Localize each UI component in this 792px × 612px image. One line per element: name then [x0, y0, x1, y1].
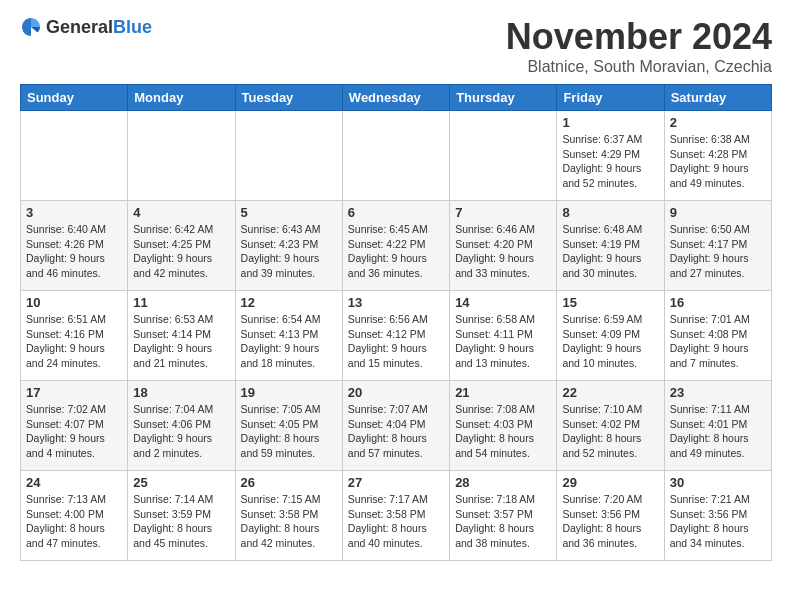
calendar-cell: 17Sunrise: 7:02 AM Sunset: 4:07 PM Dayli…: [21, 381, 128, 471]
day-info: Sunrise: 7:11 AM Sunset: 4:01 PM Dayligh…: [670, 402, 766, 461]
calendar-cell: 24Sunrise: 7:13 AM Sunset: 4:00 PM Dayli…: [21, 471, 128, 561]
day-number: 11: [133, 295, 229, 310]
day-info: Sunrise: 7:04 AM Sunset: 4:06 PM Dayligh…: [133, 402, 229, 461]
calendar-cell: 12Sunrise: 6:54 AM Sunset: 4:13 PM Dayli…: [235, 291, 342, 381]
calendar-cell: 2Sunrise: 6:38 AM Sunset: 4:28 PM Daylig…: [664, 111, 771, 201]
calendar-week-row: 10Sunrise: 6:51 AM Sunset: 4:16 PM Dayli…: [21, 291, 772, 381]
day-info: Sunrise: 6:38 AM Sunset: 4:28 PM Dayligh…: [670, 132, 766, 191]
calendar-cell: 25Sunrise: 7:14 AM Sunset: 3:59 PM Dayli…: [128, 471, 235, 561]
day-info: Sunrise: 6:56 AM Sunset: 4:12 PM Dayligh…: [348, 312, 444, 371]
calendar-cell: 10Sunrise: 6:51 AM Sunset: 4:16 PM Dayli…: [21, 291, 128, 381]
calendar-cell: [21, 111, 128, 201]
day-info: Sunrise: 7:20 AM Sunset: 3:56 PM Dayligh…: [562, 492, 658, 551]
day-info: Sunrise: 7:05 AM Sunset: 4:05 PM Dayligh…: [241, 402, 337, 461]
day-number: 14: [455, 295, 551, 310]
logo-blue: Blue: [113, 17, 152, 37]
col-header-monday: Monday: [128, 85, 235, 111]
day-info: Sunrise: 7:10 AM Sunset: 4:02 PM Dayligh…: [562, 402, 658, 461]
calendar-cell: 7Sunrise: 6:46 AM Sunset: 4:20 PM Daylig…: [450, 201, 557, 291]
day-info: Sunrise: 6:42 AM Sunset: 4:25 PM Dayligh…: [133, 222, 229, 281]
day-number: 12: [241, 295, 337, 310]
day-number: 19: [241, 385, 337, 400]
col-header-thursday: Thursday: [450, 85, 557, 111]
day-number: 16: [670, 295, 766, 310]
col-header-wednesday: Wednesday: [342, 85, 449, 111]
day-info: Sunrise: 6:48 AM Sunset: 4:19 PM Dayligh…: [562, 222, 658, 281]
calendar-cell: 5Sunrise: 6:43 AM Sunset: 4:23 PM Daylig…: [235, 201, 342, 291]
day-info: Sunrise: 7:02 AM Sunset: 4:07 PM Dayligh…: [26, 402, 122, 461]
calendar-cell: 26Sunrise: 7:15 AM Sunset: 3:58 PM Dayli…: [235, 471, 342, 561]
day-info: Sunrise: 7:13 AM Sunset: 4:00 PM Dayligh…: [26, 492, 122, 551]
calendar-cell: 16Sunrise: 7:01 AM Sunset: 4:08 PM Dayli…: [664, 291, 771, 381]
calendar-cell: 28Sunrise: 7:18 AM Sunset: 3:57 PM Dayli…: [450, 471, 557, 561]
day-info: Sunrise: 6:54 AM Sunset: 4:13 PM Dayligh…: [241, 312, 337, 371]
day-info: Sunrise: 7:17 AM Sunset: 3:58 PM Dayligh…: [348, 492, 444, 551]
calendar-header-row: SundayMondayTuesdayWednesdayThursdayFrid…: [21, 85, 772, 111]
calendar-week-row: 1Sunrise: 6:37 AM Sunset: 4:29 PM Daylig…: [21, 111, 772, 201]
calendar-cell: 11Sunrise: 6:53 AM Sunset: 4:14 PM Dayli…: [128, 291, 235, 381]
day-number: 20: [348, 385, 444, 400]
calendar-cell: 8Sunrise: 6:48 AM Sunset: 4:19 PM Daylig…: [557, 201, 664, 291]
day-info: Sunrise: 7:08 AM Sunset: 4:03 PM Dayligh…: [455, 402, 551, 461]
day-info: Sunrise: 6:40 AM Sunset: 4:26 PM Dayligh…: [26, 222, 122, 281]
calendar-cell: 14Sunrise: 6:58 AM Sunset: 4:11 PM Dayli…: [450, 291, 557, 381]
day-info: Sunrise: 6:50 AM Sunset: 4:17 PM Dayligh…: [670, 222, 766, 281]
calendar-cell: 3Sunrise: 6:40 AM Sunset: 4:26 PM Daylig…: [21, 201, 128, 291]
calendar-cell: 1Sunrise: 6:37 AM Sunset: 4:29 PM Daylig…: [557, 111, 664, 201]
header: GeneralBlue November 2024 Blatnice, Sout…: [20, 16, 772, 76]
day-number: 23: [670, 385, 766, 400]
logo-text: GeneralBlue: [46, 17, 152, 38]
day-number: 4: [133, 205, 229, 220]
calendar-cell: 23Sunrise: 7:11 AM Sunset: 4:01 PM Dayli…: [664, 381, 771, 471]
day-number: 8: [562, 205, 658, 220]
location-title: Blatnice, South Moravian, Czechia: [506, 58, 772, 76]
day-info: Sunrise: 7:07 AM Sunset: 4:04 PM Dayligh…: [348, 402, 444, 461]
day-number: 28: [455, 475, 551, 490]
calendar-cell: [235, 111, 342, 201]
calendar-cell: 29Sunrise: 7:20 AM Sunset: 3:56 PM Dayli…: [557, 471, 664, 561]
day-number: 21: [455, 385, 551, 400]
calendar-cell: [128, 111, 235, 201]
day-info: Sunrise: 7:15 AM Sunset: 3:58 PM Dayligh…: [241, 492, 337, 551]
calendar-week-row: 3Sunrise: 6:40 AM Sunset: 4:26 PM Daylig…: [21, 201, 772, 291]
calendar-cell: 4Sunrise: 6:42 AM Sunset: 4:25 PM Daylig…: [128, 201, 235, 291]
day-number: 30: [670, 475, 766, 490]
calendar-week-row: 17Sunrise: 7:02 AM Sunset: 4:07 PM Dayli…: [21, 381, 772, 471]
day-info: Sunrise: 6:58 AM Sunset: 4:11 PM Dayligh…: [455, 312, 551, 371]
logo-general: General: [46, 17, 113, 37]
day-number: 5: [241, 205, 337, 220]
day-info: Sunrise: 7:14 AM Sunset: 3:59 PM Dayligh…: [133, 492, 229, 551]
day-info: Sunrise: 7:18 AM Sunset: 3:57 PM Dayligh…: [455, 492, 551, 551]
day-info: Sunrise: 6:51 AM Sunset: 4:16 PM Dayligh…: [26, 312, 122, 371]
title-area: November 2024 Blatnice, South Moravian, …: [506, 16, 772, 76]
day-info: Sunrise: 7:01 AM Sunset: 4:08 PM Dayligh…: [670, 312, 766, 371]
day-number: 10: [26, 295, 122, 310]
calendar-cell: 13Sunrise: 6:56 AM Sunset: 4:12 PM Dayli…: [342, 291, 449, 381]
calendar-cell: [342, 111, 449, 201]
day-number: 3: [26, 205, 122, 220]
day-info: Sunrise: 6:45 AM Sunset: 4:22 PM Dayligh…: [348, 222, 444, 281]
calendar-week-row: 24Sunrise: 7:13 AM Sunset: 4:00 PM Dayli…: [21, 471, 772, 561]
logo-icon: [20, 16, 42, 38]
col-header-saturday: Saturday: [664, 85, 771, 111]
day-number: 9: [670, 205, 766, 220]
day-number: 17: [26, 385, 122, 400]
calendar-cell: 22Sunrise: 7:10 AM Sunset: 4:02 PM Dayli…: [557, 381, 664, 471]
day-number: 7: [455, 205, 551, 220]
day-info: Sunrise: 6:37 AM Sunset: 4:29 PM Dayligh…: [562, 132, 658, 191]
calendar-cell: 30Sunrise: 7:21 AM Sunset: 3:56 PM Dayli…: [664, 471, 771, 561]
day-info: Sunrise: 7:21 AM Sunset: 3:56 PM Dayligh…: [670, 492, 766, 551]
day-info: Sunrise: 6:53 AM Sunset: 4:14 PM Dayligh…: [133, 312, 229, 371]
calendar-cell: 18Sunrise: 7:04 AM Sunset: 4:06 PM Dayli…: [128, 381, 235, 471]
col-header-tuesday: Tuesday: [235, 85, 342, 111]
calendar-cell: 27Sunrise: 7:17 AM Sunset: 3:58 PM Dayli…: [342, 471, 449, 561]
day-number: 15: [562, 295, 658, 310]
month-title: November 2024: [506, 16, 772, 58]
calendar-cell: 20Sunrise: 7:07 AM Sunset: 4:04 PM Dayli…: [342, 381, 449, 471]
day-number: 6: [348, 205, 444, 220]
calendar-cell: 15Sunrise: 6:59 AM Sunset: 4:09 PM Dayli…: [557, 291, 664, 381]
logo: GeneralBlue: [20, 16, 152, 38]
calendar-cell: 19Sunrise: 7:05 AM Sunset: 4:05 PM Dayli…: [235, 381, 342, 471]
day-number: 1: [562, 115, 658, 130]
day-info: Sunrise: 6:59 AM Sunset: 4:09 PM Dayligh…: [562, 312, 658, 371]
